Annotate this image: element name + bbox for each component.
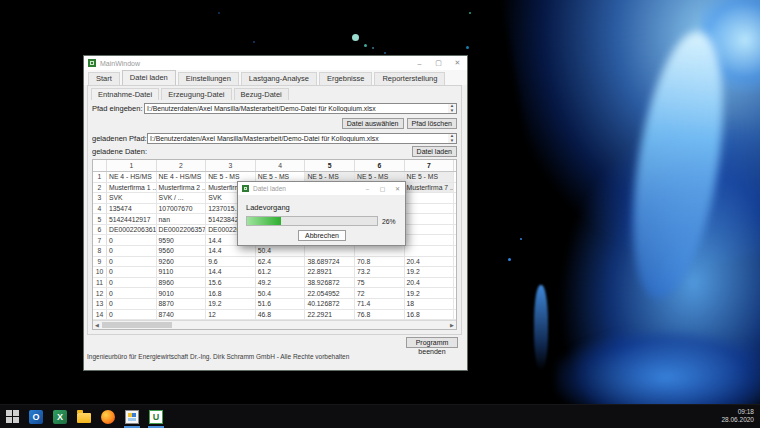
taskbar-item-outlook[interactable]: O [24, 406, 48, 428]
table-column-header[interactable]: 1 [107, 160, 157, 171]
table-cell[interactable]: 9.6 [206, 257, 256, 267]
table-cell[interactable]: 61.2 [256, 267, 306, 277]
table-cell[interactable]: 19.2 [206, 299, 256, 309]
tab-datei-laden[interactable]: Datei laden [122, 70, 176, 85]
table-cell[interactable]: 0 [107, 246, 157, 256]
table-cell[interactable]: 0 [107, 267, 157, 277]
table-cell[interactable]: 0 [107, 235, 157, 245]
load-file-button[interactable]: Datei laden [412, 146, 457, 157]
table-cell[interactable]: 48 [454, 257, 456, 267]
loaded-path-input[interactable] [147, 133, 457, 144]
table-cell[interactable]: 063584... [454, 225, 456, 235]
table-cell[interactable]: 49.2 [256, 278, 306, 288]
cancel-button[interactable]: Abbrechen [298, 230, 346, 241]
table-cell[interactable] [454, 204, 456, 214]
spinner-arrows-icon[interactable]: ▲▼ [448, 104, 456, 113]
table-column-header[interactable]: 5 [305, 160, 355, 171]
table-cell[interactable]: SVK [107, 193, 157, 203]
table-cell[interactable]: 50.4 [256, 288, 306, 298]
tab-start[interactable]: Start [88, 72, 120, 85]
table-row-header[interactable]: 13 [93, 299, 107, 309]
table-cell[interactable]: 14.4 [206, 246, 256, 256]
spinner-arrows-icon[interactable]: ▲▼ [448, 134, 456, 143]
horizontal-scrollbar[interactable]: ◀ ▶ [93, 320, 456, 329]
table-cell[interactable]: 9260 [157, 257, 207, 267]
table-cell[interactable]: 0 [107, 288, 157, 298]
table-cell[interactable]: 48 [454, 267, 456, 277]
table-cell[interactable]: 0 [107, 299, 157, 309]
table-cell[interactable]: 8870 [157, 299, 207, 309]
table-cell[interactable]: SVK / ... [157, 193, 207, 203]
table-cell[interactable]: 76.8 [355, 310, 405, 320]
table-cell[interactable] [454, 193, 456, 203]
table-cell[interactable]: 18 [405, 299, 455, 309]
minimize-icon[interactable]: – [410, 56, 429, 70]
table-cell[interactable]: 22.2921 [305, 310, 355, 320]
table-cell[interactable]: 70.8 [355, 257, 405, 267]
table-cell[interactable]: 9010 [157, 288, 207, 298]
subtab-erzeugung-datei[interactable]: Erzeugung-Datei [161, 88, 231, 100]
table-cell[interactable]: 3708 [454, 214, 456, 224]
table-row-header[interactable]: 10 [93, 267, 107, 277]
table-cell[interactable]: 19.2 [405, 288, 455, 298]
table-cell[interactable]: 40.126872 [305, 299, 355, 309]
subtab-entnahme-datei[interactable]: Entnahme-Datei [91, 88, 159, 100]
table-cell[interactable]: 9560 [157, 246, 207, 256]
table-cell[interactable]: 38.926872 [305, 278, 355, 288]
table-row-header[interactable]: 14 [93, 310, 107, 320]
table-cell[interactable]: NE 5 - MS [405, 172, 455, 182]
table-cell[interactable]: 72 [355, 288, 405, 298]
select-file-button[interactable]: Datei auswählen [342, 118, 404, 129]
dialog-close-icon[interactable]: ✕ [390, 182, 405, 195]
taskbar-item-firefox[interactable] [96, 406, 120, 428]
table-cell[interactable]: Musterfirma 1 ... [107, 183, 157, 193]
table-cell[interactable]: 20.4 [405, 278, 455, 288]
table-row-header[interactable]: 4 [93, 204, 107, 214]
table-cell[interactable]: 8960 [157, 278, 207, 288]
table-cell[interactable]: 71.4 [355, 299, 405, 309]
table-cell[interactable]: 14.4 [206, 267, 256, 277]
table-cell[interactable]: 15.6 [206, 278, 256, 288]
taskbar-item-screenshot-app[interactable] [120, 406, 144, 428]
table-row-header[interactable]: 6 [93, 225, 107, 235]
table-column-header[interactable]: 6 [355, 160, 405, 171]
table-cell[interactable] [454, 246, 456, 256]
tab-einstellungen[interactable]: Einstellungen [178, 72, 239, 85]
table-cell[interactable] [454, 235, 456, 245]
maximize-icon[interactable]: ▢ [429, 56, 448, 70]
table-cell[interactable]: 8740 [157, 310, 207, 320]
table-cell[interactable] [405, 193, 455, 203]
taskbar-clock[interactable]: 09:18 28.06.2020 [721, 408, 754, 424]
table-cell[interactable]: 51424412917 [107, 214, 157, 224]
table-cell[interactable]: DE00022063571... [157, 225, 207, 235]
table-cell[interactable]: 0 [107, 257, 157, 267]
table-column-header[interactable]: 3 [206, 160, 256, 171]
table-cell[interactable]: DE00022063619... [107, 225, 157, 235]
table-cell[interactable]: Musterfirma 8 ... [454, 183, 456, 193]
quit-program-button[interactable]: Programm beenden [406, 337, 458, 348]
table-cell[interactable]: 46.8 [256, 310, 306, 320]
table-cell[interactable]: 22.8921 [305, 267, 355, 277]
table-cell[interactable]: 22.054952 [305, 288, 355, 298]
dialog-titlebar[interactable]: Datei laden – ▢ ✕ [238, 182, 405, 195]
table-row-header[interactable]: 1 [93, 172, 107, 182]
table-cell[interactable]: 0 [107, 278, 157, 288]
table-cell[interactable]: 0 [107, 310, 157, 320]
table-cell[interactable]: 135474 [107, 204, 157, 214]
dialog-maximize-icon[interactable]: ▢ [375, 182, 390, 195]
window-titlebar[interactable]: MainWindow – ▢ ✕ [84, 56, 467, 70]
table-cell[interactable]: NE 4 - HS/MS [157, 172, 207, 182]
table-row-header[interactable]: 12 [93, 288, 107, 298]
table-cell[interactable] [405, 246, 455, 256]
tab-reporterstellung[interactable]: Reporterstellung [374, 72, 445, 85]
table-cell[interactable]: 38.689724 [305, 257, 355, 267]
table-cell[interactable]: 51.6 [256, 299, 306, 309]
table-cell[interactable]: NE 4 - HS/MS [107, 172, 157, 182]
start-button[interactable] [0, 406, 24, 428]
table-cell[interactable] [405, 235, 455, 245]
table-column-header[interactable]: 7 [405, 160, 455, 171]
table-column-header[interactable]: 8 [454, 160, 456, 171]
taskbar-item-file-explorer[interactable] [72, 406, 96, 428]
table-cell[interactable]: 48 [454, 278, 456, 288]
table-cell[interactable]: 48 [454, 299, 456, 309]
